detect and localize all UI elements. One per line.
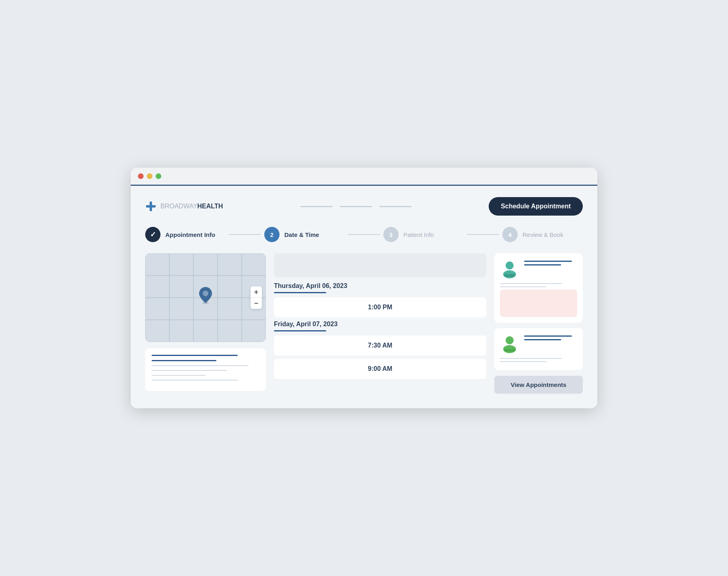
step-2-label: Date & Time [284,231,319,238]
logo-text: BROADWAYHEALTH [160,203,223,210]
doctor-2-detail-1 [500,358,562,359]
step-connector-2-3 [348,234,380,235]
date-underline-2 [274,330,326,331]
map-cell [145,276,169,298]
minimize-button[interactable] [147,173,152,179]
step-review-book[interactable]: 4 Review & Book [502,227,583,242]
time-slot-9am[interactable]: 9:00 AM [274,359,486,379]
map-cell [242,320,266,342]
map-cell [218,298,242,320]
doctor-top-2 [500,334,577,353]
map-cell [169,276,193,298]
highlight-box [500,290,577,317]
info-line-detail-2 [152,370,227,371]
schedule-appointment-button[interactable]: Schedule Appointment [489,197,583,216]
view-appointments-button[interactable]: View Appointments [494,376,583,394]
header: BROADWAYHEALTH Schedule Appointment [145,197,583,216]
info-line-primary-2 [152,360,216,361]
svg-point-11 [506,336,514,344]
svg-rect-1 [146,205,156,208]
nav-line-3 [379,206,411,207]
svg-rect-15 [506,349,513,352]
doctor-avatar-1-icon [500,259,519,278]
map-cell [169,320,193,342]
center-panel: Thursday, April 06, 2023 1:00 PM Friday,… [274,253,486,394]
svg-point-9 [504,274,507,276]
map-controls: + − [251,286,262,309]
date-underline-1 [274,292,326,293]
step-connector-1-2 [229,234,261,235]
doctor-card-2 [494,328,583,370]
step-2-circle: 2 [264,227,280,242]
maximize-button[interactable] [156,173,161,179]
step-appointment-info[interactable]: ✓ Appointment Info [145,227,226,242]
map-cell [145,320,169,342]
nav-line-2 [340,206,372,207]
map-cell [193,253,218,276]
step-3-circle: 3 [383,227,399,242]
info-line-detail-4 [152,380,238,381]
map-cell [169,298,193,320]
info-line-detail-1 [152,365,249,366]
step-4-circle: 4 [502,227,518,242]
step-patient-info[interactable]: 3 Patient Info [383,227,464,242]
date-label-1: Thursday, April 06, 2023 [274,282,486,290]
doctor-1-specialty-line [524,264,561,265]
titlebar [131,168,597,186]
date-section-1: Thursday, April 06, 2023 1:00 PM [274,253,486,317]
map-pin-icon [198,286,213,304]
doctor-2-name-line [524,335,572,337]
map-cell [218,276,242,298]
map-cell [242,253,266,276]
step-date-time[interactable]: 2 Date & Time [264,227,345,242]
steps-bar: ✓ Appointment Info 2 Date & Time 3 Patie… [145,227,583,242]
nav-line-1 [300,206,333,207]
svg-point-10 [512,274,515,276]
nav-lines [300,206,411,207]
map-cell [218,253,242,276]
info-line-primary-1 [152,355,238,356]
svg-rect-8 [506,274,513,277]
map-cell [169,253,193,276]
app-window: BROADWAYHEALTH Schedule Appointment ✓ Ap… [131,168,597,408]
map-container: + − [145,253,266,342]
logo-cross-icon [145,201,156,212]
map-cell [145,253,169,276]
info-line-detail-3 [152,375,206,376]
doctor-1-name-line [524,261,572,262]
right-panel: View Appointments [494,253,583,394]
date-header-bar-1 [274,253,486,278]
logo-broadway: BROADWAY [160,203,197,210]
step-1-circle: ✓ [145,227,160,242]
svg-point-4 [506,261,514,269]
doctor-avatar-2-icon [500,334,519,353]
doctor-2-specialty-line [524,339,561,340]
map-cell [218,320,242,342]
step-1-label: Appointment Info [165,231,215,238]
step-connector-3-4 [467,234,499,235]
step-3-label: Patient Info [403,231,434,238]
map-cell [193,320,218,342]
step-4-label: Review & Book [522,231,563,238]
doctor-top-1 [500,259,577,278]
time-slot-730am[interactable]: 7:30 AM [274,335,486,356]
date-label-2: Friday, April 07, 2023 [274,321,486,328]
main-content: BROADWAYHEALTH Schedule Appointment ✓ Ap… [131,186,597,408]
logo-health: HEALTH [197,203,223,210]
map-zoom-in-button[interactable]: + [251,286,262,298]
doctor-2-info [524,334,577,343]
doctor-2-detail-2 [500,361,546,362]
map-cell [145,298,169,320]
doctor-1-detail-2 [500,286,546,287]
doctor-1-info [524,259,577,268]
doctor-1-detail-1 [500,283,562,284]
close-button[interactable] [138,173,144,179]
time-slot-1pm[interactable]: 1:00 PM [274,297,486,317]
logo: BROADWAYHEALTH [145,201,223,212]
location-info-panel [145,348,266,391]
left-panel: + − [145,253,266,394]
map-zoom-out-button[interactable]: − [251,298,262,309]
main-layout: + − Thursday, April 06 [145,253,583,394]
date-section-2: Friday, April 07, 2023 7:30 AM 9:00 AM [274,321,486,379]
svg-point-3 [203,290,208,296]
